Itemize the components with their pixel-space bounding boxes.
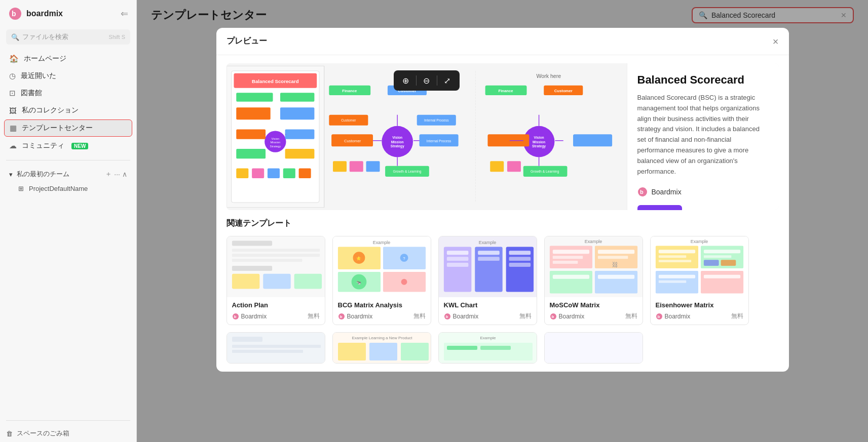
svg-rect-139 (658, 255, 686, 258)
svg-rect-110 (478, 257, 500, 261)
template-card-eisenhower[interactable]: Example (650, 236, 749, 325)
sidebar-item-community[interactable]: ☁ コミュニティ NEW (4, 138, 132, 154)
search-shortcut: Shift S (109, 34, 125, 40)
sidebar-item-recent[interactable]: ◷ 最近開いた (4, 68, 132, 84)
svg-rect-153 (232, 350, 303, 353)
price-bcg: 無料 (413, 312, 426, 320)
boardmix-icon-eisenhower: b (656, 313, 663, 320)
zoom-out-button[interactable]: ⊖ (420, 73, 434, 88)
svg-text:Vision: Vision (392, 136, 402, 139)
svg-rect-108 (446, 263, 468, 267)
svg-rect-43 (333, 161, 347, 172)
trash-item[interactable]: 🗑 スペースのごみ箱 (0, 425, 136, 442)
svg-text:Strategy: Strategy (532, 144, 546, 148)
template-thumb-kwl: Example (439, 236, 537, 297)
svg-rect-109 (478, 251, 500, 255)
sidebar-item-home[interactable]: 🏠 ホームページ (4, 51, 132, 67)
related-row2: Example Learning a New Product Example (227, 332, 779, 364)
modal-close-button[interactable]: × (773, 36, 779, 47)
svg-rect-77 (232, 249, 319, 252)
svg-text:Mission: Mission (270, 141, 280, 144)
svg-rect-157 (369, 343, 397, 360)
modal-title: プレビュー (227, 36, 267, 47)
svg-text:Growth & Learning: Growth & Learning (393, 170, 421, 174)
svg-text:Customer: Customer (344, 139, 361, 143)
svg-rect-83 (294, 274, 321, 289)
price-moscow: 無料 (625, 312, 637, 320)
author-label-kwl: Boardmix (453, 313, 479, 320)
template-card-bcg[interactable]: Example ⭐ ? 🐄 (332, 236, 431, 325)
svg-rect-142 (703, 255, 731, 258)
template-name-action-plan: Action Plan (232, 301, 320, 309)
new-badge: NEW (71, 143, 88, 149)
zoom-divider-2 (437, 75, 437, 86)
svg-rect-106 (446, 251, 468, 255)
team-header-left: ▾ 私の最初のチーム (9, 170, 69, 179)
svg-text:⭐: ⭐ (356, 256, 361, 261)
svg-rect-107 (446, 257, 468, 261)
template-card-kwl[interactable]: Example (438, 236, 537, 325)
template-thumb-bcg: Example ⭐ ? 🐄 (333, 236, 431, 297)
svg-rect-79 (232, 259, 302, 262)
svg-text:b: b (234, 314, 236, 319)
svg-text:Customer: Customer (554, 89, 572, 93)
svg-rect-141 (703, 250, 740, 253)
related-grid: Action Plan b Boardmix 無料 (227, 236, 779, 325)
template-card-row2-3[interactable]: Example (438, 332, 537, 364)
related-section: 関連テンプレート (216, 218, 789, 372)
svg-rect-17 (285, 149, 314, 158)
svg-text:Strategy: Strategy (270, 145, 281, 148)
svg-rect-143 (658, 275, 695, 278)
zoom-fit-button[interactable]: ⤢ (440, 73, 455, 88)
svg-rect-24 (298, 169, 311, 178)
svg-rect-6 (236, 93, 273, 101)
team-more-icon[interactable]: ··· (114, 170, 120, 178)
team-section: ▾ 私の最初のチーム ＋ ··· ∧ ⊞ ProjectDefaultName (0, 165, 136, 197)
sidebar-item-collection[interactable]: 🖼 私のコレクション (4, 102, 132, 118)
svg-text:Strategy: Strategy (390, 144, 404, 148)
template-card-moscow[interactable]: Example (544, 236, 643, 325)
use-template-button[interactable]: 利用 (637, 205, 682, 210)
svg-text:Work here: Work here (536, 73, 561, 79)
svg-text:Growth & Learning: Growth & Learning (531, 170, 559, 174)
author-area: b Boardmix (637, 187, 769, 197)
boardmix-logo-small: b (637, 187, 648, 197)
svg-rect-82 (263, 274, 290, 289)
template-card-row2-2[interactable]: Example Learning a New Product (332, 332, 431, 364)
svg-text:Internal Process: Internal Process (426, 139, 451, 143)
template-thumb-eisenhower: Example (651, 236, 748, 297)
svg-rect-20 (236, 169, 248, 178)
collapse-button[interactable]: ⇐ (121, 8, 128, 19)
svg-rect-126 (597, 256, 627, 259)
sidebar-item-templates[interactable]: ▦ テンプレートセンター (4, 119, 132, 137)
file-search[interactable]: 🔍 ファイルを検索 Shift S (6, 29, 130, 45)
svg-rect-15 (285, 130, 314, 139)
svg-rect-65 (573, 134, 612, 146)
svg-text:Customer: Customer (341, 118, 356, 122)
team-add-icon[interactable]: ＋ (105, 170, 112, 179)
team-project-item[interactable]: ⊞ ProjectDefaultName (4, 182, 132, 195)
zoom-in-button[interactable]: ⊕ (399, 73, 413, 88)
svg-text:Internal Process: Internal Process (424, 118, 448, 122)
template-meta-bcg: b Boardmix 無料 (338, 312, 426, 320)
app-name: boardmix (26, 9, 63, 18)
sidebar: b boardmix ⇐ 🔍 ファイルを検索 Shift S 🏠 ホームページ … (0, 0, 137, 442)
template-card-row2-1[interactable] (227, 332, 325, 364)
price-action-plan: 無料 (308, 312, 320, 320)
preview-modal: プレビュー × ⊕ ⊖ ⤢ (216, 28, 789, 372)
sidebar-item-recent-label: 最近開いた (21, 71, 56, 81)
team-expand-icon[interactable]: ∧ (122, 170, 127, 178)
template-card-row2-4[interactable] (544, 332, 643, 364)
recent-icon: ◷ (9, 71, 16, 81)
author-kwl: b Boardmix (444, 313, 479, 320)
template-name-bcg: BCG Matrix Analysis (338, 301, 426, 309)
sidebar-item-library[interactable]: ⊡ 図書館 (4, 85, 132, 101)
price-kwl: 無料 (519, 312, 532, 320)
svg-rect-78 (232, 254, 319, 257)
svg-text:b: b (12, 10, 16, 18)
sidebar-header: b boardmix ⇐ (0, 0, 136, 27)
author-label-moscow: Boardmix (559, 313, 585, 320)
logo-area: b boardmix (8, 7, 63, 21)
svg-text:b: b (657, 314, 660, 319)
template-card-action-plan[interactable]: Action Plan b Boardmix 無料 (227, 236, 325, 325)
